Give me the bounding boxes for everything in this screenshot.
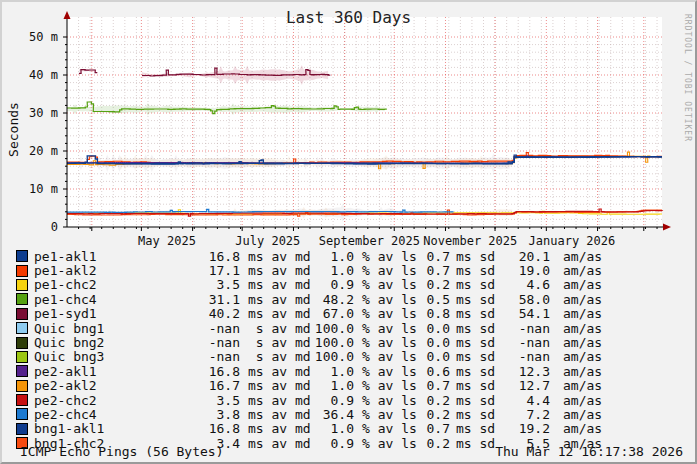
legend-loss-unit: % av ls bbox=[362, 321, 420, 336]
legend-color-swatch bbox=[16, 365, 28, 377]
legend-median-value: 3.5 bbox=[184, 393, 240, 408]
legend-median-value: 31.1 bbox=[184, 292, 240, 307]
legend-amsm-value: 19.2 bbox=[498, 421, 550, 436]
graph-description: ICMP Echo Pings (56 Bytes) bbox=[20, 444, 224, 459]
y-tick-label: 10 m bbox=[2, 182, 58, 196]
legend-median-value: -nan bbox=[184, 335, 240, 350]
legend-color-swatch bbox=[16, 279, 28, 291]
legend-sd-unit: ms sd bbox=[456, 393, 498, 408]
legend-loss-unit: % av ls bbox=[362, 335, 420, 350]
legend-amsm-value: 20.1 bbox=[498, 249, 550, 264]
legend-amsm-unit: am/as bbox=[563, 306, 602, 321]
y-tick-label: 20 m bbox=[2, 144, 58, 158]
legend-sd-value: 0.2 bbox=[420, 277, 450, 292]
legend-sd-unit: ms sd bbox=[456, 249, 498, 264]
legend-amsm-value: 12.7 bbox=[498, 378, 550, 393]
legend-loss-unit: % av ls bbox=[362, 349, 420, 364]
legend-sd-value: 0.2 bbox=[420, 436, 450, 451]
legend-series-name: pe1-chc2 bbox=[34, 277, 184, 292]
legend: pe1-akl1 16.8 ms av md 1.0 % av ls 0.7 m… bbox=[16, 249, 691, 450]
rrdtool-graph: Last 360 Days Seconds RRDTOOL / TOBI OET… bbox=[0, 0, 697, 464]
legend-amsm-value: 4.4 bbox=[498, 393, 550, 408]
legend-row: pe2-chc4 3.8 ms av md 36.4 % av ls 0.2 m… bbox=[16, 407, 691, 421]
legend-row: pe1-akl2 17.1 ms av md 1.0 % av ls 0.7 m… bbox=[16, 263, 691, 277]
legend-amsm-unit: am/as bbox=[563, 263, 602, 278]
legend-color-swatch bbox=[16, 337, 28, 349]
legend-color-swatch bbox=[16, 250, 28, 262]
legend-series-name: pe1-akl2 bbox=[34, 263, 184, 278]
legend-sd-unit: ms sd bbox=[456, 263, 498, 278]
legend-loss-unit: % av ls bbox=[362, 249, 420, 264]
legend-sd-unit: ms sd bbox=[456, 407, 498, 422]
legend-loss-value: 0.9 bbox=[314, 393, 354, 408]
graph-timestamp: Thu Mar 12 16:17:38 2026 bbox=[495, 444, 683, 459]
legend-loss-value: 1.0 bbox=[314, 364, 354, 379]
legend-loss-unit: % av ls bbox=[362, 306, 420, 321]
legend-sd-value: 0.2 bbox=[420, 407, 450, 422]
legend-row: pe2-akl2 16.7 ms av md 1.0 % av ls 0.7 m… bbox=[16, 379, 691, 393]
legend-sd-unit: ms sd bbox=[456, 364, 498, 379]
legend-row: pe1-chc4 31.1 ms av md 48.2 % av ls 0.5 … bbox=[16, 292, 691, 306]
legend-loss-value: 1.0 bbox=[314, 421, 354, 436]
legend-row: pe1-syd1 40.2 ms av md 67.0 % av ls 0.8 … bbox=[16, 307, 691, 321]
legend-sd-value: 0.8 bbox=[420, 306, 450, 321]
legend-median-value: 16.8 bbox=[184, 364, 240, 379]
legend-amsm-unit: am/as bbox=[563, 249, 602, 264]
legend-median-value: 16.8 bbox=[184, 421, 240, 436]
legend-loss-value: 36.4 bbox=[314, 407, 354, 422]
legend-row: pe2-chc2 3.5 ms av md 0.9 % av ls 0.2 ms… bbox=[16, 393, 691, 407]
legend-color-swatch bbox=[16, 394, 28, 406]
legend-sd-unit: ms sd bbox=[456, 292, 498, 307]
legend-row: Quic bng2 -nan s av md 100.0 % av ls 0.0… bbox=[16, 335, 691, 349]
legend-median-unit: ms av md bbox=[248, 249, 314, 264]
legend-loss-value: 100.0 bbox=[314, 349, 354, 364]
legend-loss-unit: % av ls bbox=[362, 277, 420, 292]
legend-median-unit: ms av md bbox=[248, 364, 314, 379]
legend-loss-value: 100.0 bbox=[314, 335, 354, 350]
legend-amsm-value: 54.1 bbox=[498, 306, 550, 321]
legend-series-name: pe1-chc4 bbox=[34, 292, 184, 307]
legend-amsm-unit: am/as bbox=[563, 335, 602, 350]
legend-series-name: pe2-akl2 bbox=[34, 378, 184, 393]
legend-sd-value: 0.2 bbox=[420, 393, 450, 408]
legend-loss-unit: % av ls bbox=[362, 364, 420, 379]
legend-row: pe1-akl1 16.8 ms av md 1.0 % av ls 0.7 m… bbox=[16, 249, 691, 263]
legend-amsm-value: 12.3 bbox=[498, 364, 550, 379]
legend-amsm-unit: am/as bbox=[563, 393, 602, 408]
legend-row: Quic bng3 -nan s av md 100.0 % av ls 0.0… bbox=[16, 350, 691, 364]
legend-sd-value: 0.7 bbox=[420, 421, 450, 436]
legend-median-unit: s av md bbox=[248, 321, 314, 336]
legend-row: pe2-akl1 16.8 ms av md 1.0 % av ls 0.6 m… bbox=[16, 364, 691, 378]
legend-series-name: Quic bng1 bbox=[34, 321, 184, 336]
legend-loss-value: 1.0 bbox=[314, 378, 354, 393]
legend-sd-unit: ms sd bbox=[456, 306, 498, 321]
legend-median-unit: ms av md bbox=[248, 378, 314, 393]
plot-canvas bbox=[67, 17, 662, 227]
legend-sd-value: 0.6 bbox=[420, 364, 450, 379]
legend-loss-unit: % av ls bbox=[362, 393, 420, 408]
chart-title: Last 360 Days bbox=[2, 8, 695, 27]
legend-median-value: 16.8 bbox=[184, 249, 240, 264]
legend-amsm-value: -nan bbox=[498, 335, 550, 350]
legend-amsm-value: 4.6 bbox=[498, 277, 550, 292]
legend-amsm-unit: am/as bbox=[563, 364, 602, 379]
legend-row: bng1-akl1 16.8 ms av md 1.0 % av ls 0.7 … bbox=[16, 422, 691, 436]
legend-loss-unit: % av ls bbox=[362, 421, 420, 436]
legend-sd-value: 0.5 bbox=[420, 292, 450, 307]
legend-amsm-value: 19.0 bbox=[498, 263, 550, 278]
legend-color-swatch bbox=[16, 322, 28, 334]
legend-median-unit: ms av md bbox=[248, 306, 314, 321]
legend-loss-value: 100.0 bbox=[314, 321, 354, 336]
legend-median-value: -nan bbox=[184, 349, 240, 364]
legend-amsm-unit: am/as bbox=[563, 321, 602, 336]
legend-loss-value: 1.0 bbox=[314, 263, 354, 278]
legend-amsm-unit: am/as bbox=[563, 378, 602, 393]
legend-median-value: 40.2 bbox=[184, 306, 240, 321]
y-tick-label: 40 m bbox=[2, 68, 58, 82]
legend-median-unit: s av md bbox=[248, 349, 314, 364]
legend-row: pe1-chc2 3.5 ms av md 0.9 % av ls 0.2 ms… bbox=[16, 278, 691, 292]
legend-series-name: Quic bng2 bbox=[34, 335, 184, 350]
legend-color-swatch bbox=[16, 351, 28, 363]
legend-sd-value: 0.0 bbox=[420, 335, 450, 350]
legend-color-swatch bbox=[16, 293, 28, 305]
